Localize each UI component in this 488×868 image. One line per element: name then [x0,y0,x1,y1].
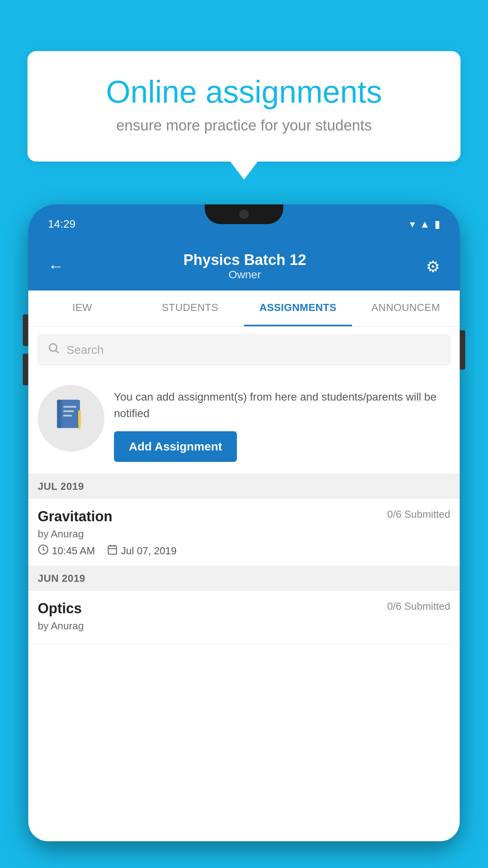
power-button [460,330,465,370]
svg-point-0 [50,344,57,351]
svg-marker-8 [78,426,81,430]
battery-icon: ▮ [435,218,440,230]
back-button[interactable]: ← [48,257,64,275]
search-icon [48,342,60,358]
svg-rect-10 [108,546,116,554]
svg-rect-3 [57,399,61,428]
assignment-date: Jul 07, 2019 [107,544,177,558]
assignment-meta: 10:45 AM Jul 07, 2019 [38,544,450,558]
volume-down-button [23,354,28,385]
status-bar: 14:29 ▾ ▲ ▮ [28,204,460,244]
assignment-time-value: 10:45 AM [52,545,95,557]
section-month-jul: JUL 2019 [38,480,84,492]
speech-bubble: Online assignments ensure more practice … [28,51,460,162]
svg-rect-5 [63,410,74,412]
header-title-group: Physics Batch 12 Owner [183,252,306,281]
assignment-submitted-optics: 0/6 Submitted [387,600,450,612]
calendar-icon [107,544,118,558]
assignment-row-top: Gravitation 0/6 Submitted [38,508,450,525]
tab-announcements[interactable]: ANNOUNCEM [352,291,460,326]
svg-rect-6 [63,415,72,417]
assignment-item-gravitation[interactable]: Gravitation 0/6 Submitted by Anurag 10:4… [28,499,460,566]
assignment-title: Gravitation [38,508,112,525]
section-header-jun: JUN 2019 [28,566,460,591]
add-assignment-button[interactable]: Add Assignment [114,431,237,462]
clock-icon [38,544,49,558]
svg-rect-7 [78,410,81,426]
svg-line-1 [56,350,59,353]
volume-up-button [23,314,28,346]
promo-description: You can add assignment(s) from here and … [114,389,450,422]
signal-icon: ▲ [420,218,430,230]
status-time: 14:29 [48,218,75,230]
assignment-item-optics[interactable]: Optics 0/6 Submitted by Anurag [28,591,460,644]
phone-wrapper: 14:29 ▾ ▲ ▮ ← Physics Batch 12 Owner ⚙ [28,204,460,868]
section-header-jul: JUL 2019 [28,474,460,499]
assignment-row-top-optics: Optics 0/6 Submitted [38,600,450,617]
phone-outer: 14:29 ▾ ▲ ▮ ← Physics Batch 12 Owner ⚙ [28,204,460,841]
phone-screen: ← Physics Batch 12 Owner ⚙ IEW STUDENTS … [28,244,460,841]
app-header: ← Physics Batch 12 Owner ⚙ [28,244,460,291]
wifi-icon: ▾ [410,218,415,230]
assignment-date-value: Jul 07, 2019 [121,545,177,557]
tab-students[interactable]: STUDENTS [136,291,244,326]
search-input[interactable]: Search [66,343,104,357]
tabs-bar: IEW STUDENTS ASSIGNMENTS ANNOUNCEM [28,291,460,327]
tab-overview[interactable]: IEW [28,291,136,326]
phone-notch [205,204,283,224]
settings-icon[interactable]: ⚙ [426,257,440,276]
speech-bubble-wrapper: Online assignments ensure more practice … [28,51,460,162]
assignment-author: by Anurag [38,528,450,540]
search-container: Search [28,327,460,373]
header-subtitle: Owner [183,268,306,281]
assignment-time: 10:45 AM [38,544,95,558]
search-input-wrapper[interactable]: Search [38,335,450,365]
promo-text-group: You can add assignment(s) from here and … [114,385,450,462]
svg-rect-4 [63,406,77,408]
section-month-jun: JUN 2019 [38,572,85,584]
status-icons: ▾ ▲ ▮ [410,218,440,230]
header-title: Physics Batch 12 [183,252,306,268]
front-camera [239,210,249,219]
promo-section: You can add assignment(s) from here and … [28,373,460,474]
assignment-author-optics: by Anurag [38,620,450,632]
assignment-submitted: 0/6 Submitted [387,508,450,520]
promo-icon-circle [38,385,105,452]
tab-assignments[interactable]: ASSIGNMENTS [244,291,352,326]
assignment-title-optics: Optics [38,600,82,617]
speech-bubble-subtitle: ensure more practice for your students [55,117,433,134]
speech-bubble-title: Online assignments [55,75,433,109]
notebook-icon [53,397,89,440]
